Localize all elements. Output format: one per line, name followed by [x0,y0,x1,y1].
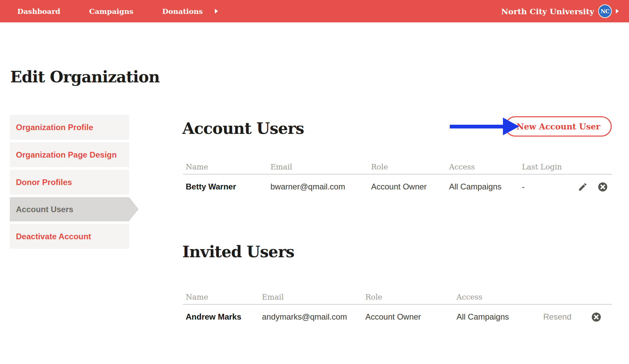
sidebar-item-organization-page-design[interactable]: Organization Page Design [10,142,129,167]
column-header-last-login: Last Login [522,163,578,171]
cell-role: Account Owner [371,182,449,191]
new-account-user-button-label: New Account User [516,122,600,132]
nav-item-dashboard[interactable]: Dashboard [17,7,60,16]
column-header-name: Name [183,293,262,301]
invited-users-table-header: Name Email Role Access [183,293,612,305]
org-account-menu[interactable]: North City University NC [501,4,619,18]
org-name: North City University [501,7,594,16]
cell-name: Betty Warner [183,182,270,191]
cell-role: Account Owner [365,312,456,322]
row-actions [587,312,612,322]
cell-name: Andrew Marks [183,312,262,322]
sidebar-item-organization-profile[interactable]: Organization Profile [10,115,129,140]
annotation-arrow-shaft [450,125,504,128]
column-header-email: Email [262,293,365,301]
account-users-table-header: Name Email Role Access Last Login [183,163,612,175]
column-header-email: Email [270,163,371,171]
column-header-role: Role [365,293,456,301]
sidebar-item-label: Account Users [16,205,73,214]
resend-link[interactable]: Resend [543,312,587,322]
org-avatar-badge[interactable]: NC [598,4,612,18]
account-users-table: Name Email Role Access Last Login Betty … [183,163,612,195]
row-actions [578,182,615,192]
sidebar-item-account-users[interactable]: Account Users [10,197,129,221]
column-header-role: Role [371,163,449,171]
cell-access: All Campaigns [449,182,522,191]
cell-last-login: - [522,182,578,191]
table-row: Andrew Marks andymarks@qmail.com Account… [183,309,612,325]
column-header-actions [578,163,612,171]
new-account-user-button[interactable]: New Account User [505,116,612,137]
column-header-actions [587,293,612,301]
column-header-resend [543,293,587,301]
column-header-access: Access [456,293,543,301]
sidebar-item-label: Deactivate Account [16,232,91,241]
nav-item-donations-label: Donations [162,7,203,16]
org-menu-arrow-icon[interactable] [616,9,619,14]
delete-x-icon[interactable] [598,182,608,192]
sidebar-item-label: Donor Profiles [16,178,72,187]
table-row: Betty Warner bwarner@qmail.com Account O… [183,179,612,195]
invited-users-table: Name Email Role Access Andrew Marks andy… [183,293,612,325]
nav-links: Dashboard Campaigns Donations [17,7,218,16]
edit-pencil-icon[interactable] [578,182,588,192]
sidebar-item-label: Organization Page Design [16,150,117,160]
settings-sidebar: Organization Profile Organization Page D… [10,115,129,251]
donations-submenu-arrow-icon [215,9,218,14]
sidebar-item-deactivate-account[interactable]: Deactivate Account [10,224,129,249]
cell-access: All Campaigns [456,312,543,322]
nav-item-campaigns[interactable]: Campaigns [89,7,134,16]
column-header-access: Access [449,163,522,171]
column-header-name: Name [183,163,270,171]
page-title: Edit Organization [10,68,160,86]
top-nav: Dashboard Campaigns Donations North City… [0,0,629,22]
sidebar-item-label: Organization Profile [16,123,93,132]
cell-email: andymarks@qmail.com [262,312,365,322]
nav-item-donations[interactable]: Donations [162,7,218,16]
cell-email: bwarner@qmail.com [270,182,371,191]
account-users-heading: Account Users [182,119,304,138]
delete-x-icon[interactable] [591,312,601,322]
sidebar-item-donor-profiles[interactable]: Donor Profiles [10,170,129,195]
invited-users-heading: Invited Users [182,243,294,261]
